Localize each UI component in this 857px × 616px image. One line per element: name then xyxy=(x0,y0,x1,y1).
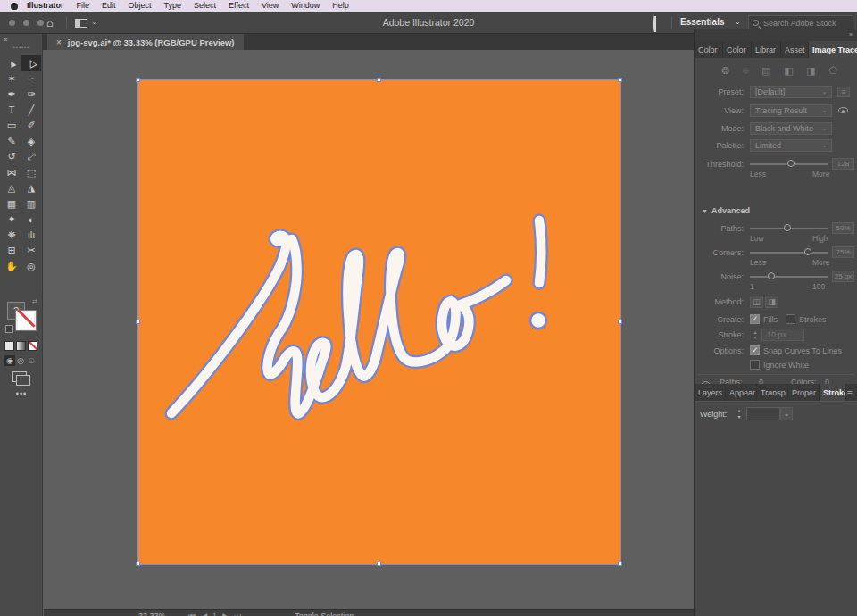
eye-icon[interactable] xyxy=(838,107,849,114)
first-artboard-icon[interactable]: ⏮ xyxy=(188,612,196,616)
magic-wand-tool[interactable]: ✶ xyxy=(2,71,21,87)
width-tool[interactable]: ⋈ xyxy=(2,165,21,181)
free-transform-tool[interactable]: ⬚ xyxy=(21,165,41,181)
hand-tool[interactable]: ✋ xyxy=(2,259,21,275)
palette-dropdown[interactable]: Limited⌄ xyxy=(750,139,832,152)
paintbrush-tool[interactable]: ✐ xyxy=(21,118,41,134)
preset-options-button[interactable]: ≡ xyxy=(837,87,850,97)
chevron-down-icon[interactable]: ⌄ xyxy=(735,18,741,26)
paths-value[interactable]: 50% xyxy=(832,222,854,234)
tab-color-1[interactable]: Color xyxy=(695,41,723,58)
tab-layers[interactable]: Layers xyxy=(695,384,726,401)
canvas-area[interactable] xyxy=(44,50,694,616)
workspace-switcher[interactable]: Essentials xyxy=(680,17,724,27)
advanced-section-header[interactable]: ▼Advanced xyxy=(702,206,853,215)
close-icon[interactable]: × xyxy=(56,37,62,47)
rectangle-tool[interactable]: ▭ xyxy=(2,118,21,134)
tab-libraries[interactable]: Librar xyxy=(752,41,781,58)
type-tool[interactable]: T xyxy=(2,103,21,119)
edit-toolbar-ellipsis[interactable]: ••• xyxy=(0,389,43,398)
apple-menu-icon[interactable] xyxy=(11,3,18,10)
collapse-panel-icon[interactable]: « xyxy=(4,36,7,44)
noise-slider-thumb[interactable] xyxy=(768,272,775,279)
menu-edit[interactable]: Edit xyxy=(102,0,116,12)
screen-mode-icon[interactable] xyxy=(12,371,27,382)
pencil-tool[interactable]: ✎ xyxy=(2,134,21,150)
artboard[interactable] xyxy=(138,80,620,564)
mesh-tool[interactable]: ▦ xyxy=(2,196,21,212)
discover-lightbulb-icon[interactable] xyxy=(653,16,663,29)
menu-file[interactable]: File xyxy=(77,0,90,12)
scale-tool[interactable]: ⤢ xyxy=(21,149,41,165)
weight-stepper[interactable]: ▴▾ xyxy=(734,407,745,420)
draw-behind-icon[interactable]: ◎ xyxy=(15,355,26,366)
tab-properties[interactable]: Proper xyxy=(788,384,820,401)
ignore-white-checkbox[interactable] xyxy=(750,360,760,370)
adobe-stock-search[interactable]: Search Adobe Stock xyxy=(748,15,853,30)
outline-preset-icon[interactable]: ⬠ xyxy=(828,65,837,77)
shape-builder-tool[interactable]: ◬ xyxy=(2,180,21,196)
paths-slider-thumb[interactable] xyxy=(784,224,791,231)
tab-color-2[interactable]: Color xyxy=(723,41,752,58)
corners-slider[interactable] xyxy=(750,252,828,254)
draw-normal-icon[interactable]: ◉ xyxy=(4,355,15,366)
selection-tool[interactable]: ▲ xyxy=(2,55,21,71)
last-artboard-icon[interactable]: ⏭ xyxy=(234,612,241,616)
method-abutting-button[interactable]: ◫ xyxy=(750,296,763,308)
selection-handle-e[interactable] xyxy=(618,320,622,324)
fills-checkbox[interactable] xyxy=(750,314,760,324)
preset-dropdown[interactable]: [Default]⌄ xyxy=(750,86,832,98)
tab-appearance[interactable]: Appear xyxy=(726,384,757,401)
gradient-tool[interactable]: ▥ xyxy=(21,196,41,212)
column-graph-tool[interactable]: ılı xyxy=(21,228,41,244)
perspective-grid-tool[interactable]: ◮ xyxy=(21,180,41,196)
selection-handle-sw[interactable] xyxy=(136,562,140,566)
strokes-checkbox[interactable] xyxy=(786,314,795,324)
menu-illustrator[interactable]: Illustrator xyxy=(27,0,64,12)
selection-handle-w[interactable] xyxy=(136,320,140,324)
auto-color-preset-icon[interactable]: ❂ xyxy=(721,65,729,77)
lasso-tool[interactable]: ∽ xyxy=(21,71,41,87)
method-overlapping-button[interactable]: ◨ xyxy=(765,296,778,308)
curvature-tool[interactable]: ✑ xyxy=(21,87,41,103)
next-artboard-icon[interactable]: ▶ xyxy=(222,612,229,616)
color-button[interactable] xyxy=(4,341,14,351)
collapse-panels-icon[interactable]: » xyxy=(849,31,853,37)
weight-field[interactable] xyxy=(746,407,780,420)
line-segment-tool[interactable]: ╱ xyxy=(21,103,41,119)
selection-handle-s[interactable] xyxy=(377,562,381,566)
swap-fill-stroke-icon[interactable]: ⇄ xyxy=(32,298,37,305)
blend-tool[interactable]: ◐ xyxy=(21,212,41,228)
low-color-preset-icon[interactable]: ▤ xyxy=(761,65,770,77)
eraser-tool[interactable]: ◈ xyxy=(21,134,41,150)
weight-dropdown[interactable]: ⌄ xyxy=(780,407,793,420)
view-dropdown[interactable]: Tracing Result⌄ xyxy=(750,104,832,117)
stroke-width-field[interactable]: 10 px xyxy=(761,329,804,341)
menu-object[interactable]: Object xyxy=(129,0,152,12)
symbol-sprayer-tool[interactable]: ❋ xyxy=(2,228,21,244)
threshold-slider[interactable] xyxy=(750,163,828,165)
grayscale-preset-icon[interactable]: ◧ xyxy=(784,65,793,77)
tab-image-trace[interactable]: Image Trace xyxy=(809,41,857,58)
artboard-number[interactable]: 1 xyxy=(212,612,217,616)
slice-tool[interactable]: ✂ xyxy=(21,243,41,259)
rotate-tool[interactable]: ↺ xyxy=(2,149,21,165)
pen-tool[interactable]: ✒ xyxy=(2,87,21,103)
menu-help[interactable]: Help xyxy=(332,0,349,12)
selection-handle-nw[interactable] xyxy=(136,78,140,82)
default-fill-stroke-icon[interactable] xyxy=(5,325,13,333)
zoom-level-field[interactable]: 33.33% ⌄ xyxy=(138,610,176,616)
snap-curves-checkbox[interactable] xyxy=(750,345,760,355)
document-tab[interactable]: × jpg-svg.ai* @ 33.33% (RGB/GPU Preview) xyxy=(47,34,244,50)
menu-window[interactable]: Window xyxy=(291,0,320,12)
gradient-button[interactable] xyxy=(16,341,26,351)
corners-value[interactable]: 75% xyxy=(832,246,854,258)
high-color-preset-icon[interactable]: ⌾ xyxy=(743,65,749,77)
prev-artboard-icon[interactable]: ◀ xyxy=(201,612,207,616)
zoom-tool[interactable]: ◎ xyxy=(21,259,41,275)
stroke-stepper[interactable]: ▴▾ xyxy=(750,329,761,341)
threshold-slider-thumb[interactable] xyxy=(787,160,795,167)
tab-transparency[interactable]: Transp xyxy=(757,384,788,401)
noise-slider[interactable] xyxy=(750,276,828,278)
mode-dropdown[interactable]: Black and White⌄ xyxy=(750,122,832,135)
